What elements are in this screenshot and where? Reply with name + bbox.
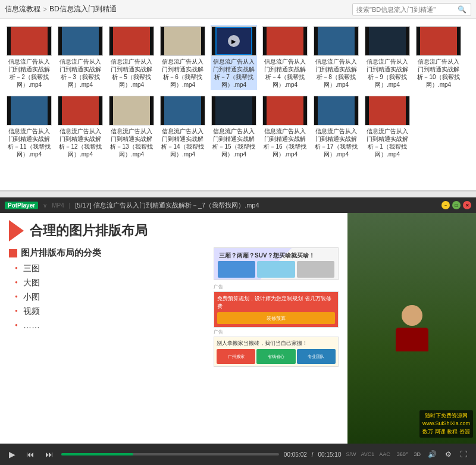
thumbnail <box>58 96 103 125</box>
file-item[interactable]: 信息流广告从入门到精通实战解析－5（我帮找网）.mp4 <box>108 25 155 90</box>
time-current: 00:05:02 <box>284 451 307 458</box>
file-item[interactable]: 信息流广告从入门到精通实战解析－12（我帮找网）.mp4 <box>57 95 104 159</box>
file-label: 信息流广告从入门到精通实战解析－13（我帮找网）.mp4 <box>109 127 154 158</box>
player-format: MP4 <box>52 202 64 209</box>
slide-body: 图片排版布局的分类 三图大图小图视频…… 三厢？两厢？SUV？想买啥就买啥！ 广… <box>9 247 339 370</box>
ad-move-block: 别人拿搬家当搬砖，我们当自己家搬！ 广州搬家 省钱省心 专业团队 <box>214 337 339 367</box>
search-input[interactable] <box>356 6 458 13</box>
maximize-button[interactable]: □ <box>452 201 461 209</box>
thumbnail <box>109 26 154 56</box>
file-browser: 信息流广告从入门到精通实战解析－2（我帮找网）.mp4 信息流广告从入门到精通实… <box>0 19 476 191</box>
file-item[interactable]: 信息流广告从入门到精通实战解析－9（我帮找网）.mp4 <box>364 25 411 90</box>
thumbnail <box>211 96 256 125</box>
search-box[interactable]: 🔍 <box>352 3 471 16</box>
file-label: 信息流广告从入门到精通实战解析－2（我帮找网）.mp4 <box>7 58 51 89</box>
file-item[interactable]: 信息流广告从入门到精通实战解析－3（我帮找网）.mp4 <box>57 25 104 90</box>
file-label: 信息流广告从入门到精通实战解析－10（我帮找网）.mp4 <box>416 58 461 89</box>
slide-list: 三图大图小图视频…… <box>9 263 205 330</box>
file-label: 信息流广告从入门到精通实战解析－3（我帮找网）.mp4 <box>58 58 102 89</box>
minimize-button[interactable]: － <box>441 201 450 209</box>
volume-button[interactable]: 🔊 <box>425 449 440 460</box>
thumbnail <box>7 26 52 56</box>
ad-car-block: 三厢？两厢？SUV？想买啥就买啥！ <box>214 247 339 280</box>
codec-audio: AAC <box>379 451 390 457</box>
cam-background <box>347 213 476 444</box>
slide-section-label: 图片排版布局的分类 <box>21 247 101 259</box>
file-item[interactable]: 信息流广告从入门到精通实战解析－1（我帮找网）.mp4 <box>364 95 411 159</box>
file-item[interactable]: 信息流广告从入门到精通实战解析－4（我帮找网）.mp4 <box>262 25 308 90</box>
slide-title: 合理的图片排版布局 <box>30 222 148 240</box>
slide-left: 图片排版布局的分类 三图大图小图视频…… <box>9 247 205 370</box>
next-button[interactable]: ⏭ <box>42 448 57 460</box>
prev-button[interactable]: ⏮ <box>23 448 37 460</box>
btn-360[interactable]: 360° <box>395 451 410 458</box>
file-item[interactable]: 信息流广告从入门到精通实战解析－15（我帮找网）.mp4 <box>211 95 257 159</box>
breadcrumb: 信息流教程 > BD信息流入门到精通 <box>5 4 349 14</box>
file-item[interactable]: 信息流广告从入门到精通实战解析－14（我帮找网）.mp4 <box>159 95 206 159</box>
file-item[interactable]: ▶ 信息流广告从入门到精通实战解析－7（我帮找网）.mp4 <box>211 25 257 90</box>
thumbnail <box>262 96 308 125</box>
search-icon[interactable]: 🔍 <box>458 5 466 14</box>
player-title: [5/17] 信息流广告从入门到精通实战解析－_7（我帮找网）.mp4 <box>75 201 437 210</box>
presenter-webcam <box>347 213 476 444</box>
ad-car-title: 三厢？两厢？SUV？想买啥就买啥！ <box>217 250 336 261</box>
codec-video: AVC1 <box>361 451 375 457</box>
extra-buttons: 360° 3D 🔊 ⚙ ⛶ <box>395 449 470 460</box>
player-window-buttons: － □ ✕ <box>441 201 471 209</box>
presenter-body <box>396 328 428 351</box>
file-item[interactable]: 信息流广告从入门到精通实战解析－13（我帮找网）.mp4 <box>108 95 155 159</box>
play-pause-button[interactable]: ▶ <box>6 448 18 460</box>
slide-header: 合理的图片排版布局 <box>9 220 339 241</box>
file-item[interactable]: 信息流广告从入门到精通实战解析－17（我帮找网）.mp4 <box>313 95 359 159</box>
file-item[interactable]: 信息流广告从入门到精通实战解析－6（我帮找网）.mp4 <box>159 25 206 90</box>
file-item[interactable]: 信息流广告从入门到精通实战解析－11（我帮找网）.mp4 <box>6 95 52 159</box>
file-label: 信息流广告从入门到精通实战解析－5（我帮找网）.mp4 <box>109 58 154 89</box>
file-label: 信息流广告从入门到精通实战解析－11（我帮找网）.mp4 <box>7 127 51 158</box>
top-bar: 信息流教程 > BD信息流入门到精通 🔍 <box>0 0 476 19</box>
file-item[interactable]: 信息流广告从入门到精通实战解析－8（我帮找网）.mp4 <box>313 25 359 90</box>
red-arrow-icon <box>9 220 24 241</box>
progress-bar[interactable] <box>61 453 279 455</box>
presenter-figure <box>396 305 428 351</box>
thumbnail <box>365 96 410 125</box>
list-item: 视频 <box>15 306 205 317</box>
player-content: 提速: 00:05:00 (关键帧) (33%) 合理的图片排版布局 图片排版布… <box>0 213 476 444</box>
file-item[interactable]: 信息流广告从入门到精通实战解析－10（我帮找网）.mp4 <box>415 25 462 90</box>
thumbnail <box>314 96 359 125</box>
thumbnail <box>109 96 154 125</box>
row-separator <box>0 191 476 197</box>
thumbnail-grid: 信息流广告从入门到精通实战解析－2（我帮找网）.mp4 信息流广告从入门到精通实… <box>6 25 470 159</box>
presenter-head <box>402 305 422 326</box>
btn-3d[interactable]: 3D <box>412 451 422 458</box>
breadcrumb-part1[interactable]: 信息流教程 <box>5 4 40 14</box>
list-item: 三图 <box>15 263 205 274</box>
ad-label-1: 广告 <box>214 284 339 290</box>
file-label: 信息流广告从入门到精通实战解析－9（我帮找网）.mp4 <box>365 58 409 89</box>
watermark-line1: 随时下免费资源网 <box>422 412 470 420</box>
close-button[interactable]: ✕ <box>463 201 471 209</box>
file-label: 信息流广告从入门到精通实战解析－4（我帮找网）.mp4 <box>263 58 307 89</box>
red-square-icon <box>9 249 17 257</box>
file-label: 信息流广告从入门到精通实战解析－6（我帮找网）.mp4 <box>161 58 205 89</box>
file-label: 信息流广告从入门到精通实战解析－14（我帮找网）.mp4 <box>161 127 205 158</box>
thumbnail: ▶ <box>211 26 256 56</box>
thumbnail <box>160 26 205 56</box>
file-label: 信息流广告从入门到精通实战解析－16（我帮找网）.mp4 <box>263 127 307 158</box>
player-format-sep: ∨ <box>43 202 47 209</box>
watermark: 随时下免费资源网 www.SuiShiXia.com 数万 网课 教程 资源 <box>419 410 473 438</box>
list-item: …… <box>15 321 205 330</box>
file-item[interactable]: 信息流广告从入门到精通实战解析－2（我帮找网）.mp4 <box>6 25 52 90</box>
watermark-line2: www.SuiShiXia.com <box>422 420 470 428</box>
breadcrumb-part2[interactable]: BD信息流入门到精通 <box>49 4 117 14</box>
thumbnail <box>160 96 205 125</box>
thumbnail <box>7 96 52 125</box>
fullscreen-button[interactable]: ⛶ <box>457 449 470 460</box>
slide-content: 合理的图片排版布局 图片排版布局的分类 三图大图小图视频…… 三厢？两厢？SUV… <box>0 213 347 444</box>
thumbnail <box>314 26 359 56</box>
thumbnail <box>58 26 103 56</box>
settings-button[interactable]: ⚙ <box>442 449 455 460</box>
player-titlebar: PotPlayer ∨ MP4 | [5/17] 信息流广告从入门到精通实战解析… <box>0 197 476 213</box>
file-item[interactable]: 信息流广告从入门到精通实战解析－16（我帮找网）.mp4 <box>262 95 308 159</box>
ad-deco-block: 免费预算规划，设计师为您定制规划 省几万装修费 装修预算 <box>214 291 339 328</box>
watermark-line3: 数万 网课 教程 资源 <box>422 428 470 436</box>
